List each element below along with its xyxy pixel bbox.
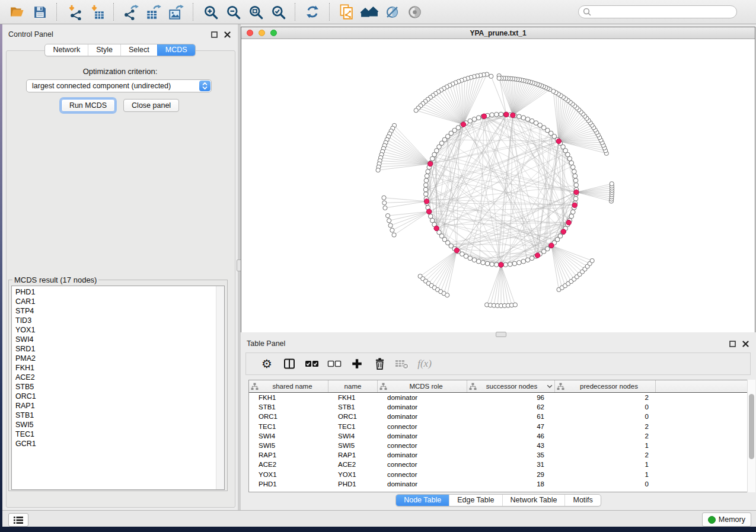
cell-name[interactable]: PHD1 bbox=[328, 480, 378, 488]
column-header-mcds-role[interactable]: MCDS role bbox=[378, 380, 467, 392]
network-node[interactable] bbox=[490, 262, 495, 267]
network-node[interactable] bbox=[481, 261, 486, 265]
cell-mcds-role[interactable]: dominator bbox=[378, 480, 467, 488]
network-leaf-node[interactable] bbox=[390, 228, 394, 232]
network-node[interactable] bbox=[426, 169, 430, 174]
network-node[interactable] bbox=[495, 112, 499, 117]
cell-predecessor-nodes[interactable]: 1 bbox=[555, 442, 656, 449]
network-node[interactable] bbox=[476, 259, 481, 264]
cell-predecessor-nodes[interactable]: 0 bbox=[555, 413, 656, 420]
network-node[interactable] bbox=[573, 197, 578, 201]
cell-successor-nodes[interactable]: 61 bbox=[467, 413, 555, 420]
mcds-result-item[interactable]: TID3 bbox=[15, 316, 224, 325]
network-mcds-node[interactable] bbox=[535, 253, 540, 258]
network-mcds-node[interactable] bbox=[504, 112, 509, 117]
cell-successor-nodes[interactable]: 29 bbox=[467, 471, 555, 478]
network-graph[interactable] bbox=[241, 39, 755, 332]
cell-name[interactable]: ACE2 bbox=[328, 461, 378, 468]
tab-network[interactable]: Network bbox=[45, 44, 88, 56]
network-node[interactable] bbox=[521, 116, 526, 120]
cell-shared-name[interactable]: STB1 bbox=[249, 403, 328, 411]
float-panel-icon[interactable] bbox=[209, 30, 219, 39]
mcds-result-item[interactable]: GCR1 bbox=[15, 439, 224, 448]
float-panel-icon[interactable] bbox=[728, 339, 737, 348]
cell-shared-name[interactable]: SWI5 bbox=[249, 442, 328, 449]
network-leaf-node[interactable] bbox=[383, 206, 387, 210]
tab-motifs[interactable]: Motifs bbox=[564, 495, 600, 506]
network-node[interactable] bbox=[512, 261, 517, 266]
cell-successor-nodes[interactable]: 35 bbox=[467, 451, 555, 459]
maximize-window-icon[interactable] bbox=[270, 30, 277, 36]
network-node[interactable] bbox=[569, 214, 574, 219]
cell-predecessor-nodes[interactable]: 0 bbox=[555, 480, 656, 488]
network-mcds-node[interactable] bbox=[566, 220, 571, 225]
tab-style[interactable]: Style bbox=[88, 44, 120, 56]
open-session-button[interactable] bbox=[8, 3, 26, 21]
table-row[interactable]: FKH1FKH1dominator962 bbox=[249, 393, 748, 402]
memory-button[interactable]: Memory bbox=[702, 512, 751, 527]
network-leaf-node[interactable] bbox=[513, 303, 517, 307]
network-mcds-node[interactable] bbox=[426, 209, 431, 214]
network-leaf-node[interactable] bbox=[376, 168, 380, 172]
minimize-window-icon[interactable] bbox=[259, 30, 265, 36]
network-node[interactable] bbox=[423, 192, 428, 197]
function-builder-button[interactable]: f(x) bbox=[413, 355, 436, 373]
cell-shared-name[interactable]: RAP1 bbox=[249, 451, 328, 459]
cell-name[interactable]: TEC1 bbox=[328, 423, 378, 430]
close-window-icon[interactable] bbox=[247, 30, 253, 36]
table-settings-button[interactable]: ⚙ bbox=[256, 355, 278, 373]
mcds-result-item[interactable]: TEC1 bbox=[15, 430, 224, 439]
mcds-result-item[interactable]: FKH1 bbox=[15, 363, 224, 373]
mcds-result-item[interactable]: STB1 bbox=[15, 411, 224, 420]
cell-shared-name[interactable]: ORC1 bbox=[249, 413, 328, 420]
network-mcds-node[interactable] bbox=[434, 226, 439, 230]
network-canvas[interactable] bbox=[241, 39, 755, 332]
network-node[interactable] bbox=[508, 262, 513, 267]
cell-mcds-role[interactable]: connector bbox=[378, 442, 467, 449]
cell-shared-name[interactable]: TEC1 bbox=[249, 423, 328, 430]
create-column-button[interactable] bbox=[346, 355, 368, 373]
network-node[interactable] bbox=[490, 113, 495, 117]
network-node[interactable] bbox=[425, 174, 429, 178]
network-node[interactable] bbox=[472, 117, 477, 121]
cell-shared-name[interactable]: YOX1 bbox=[249, 471, 328, 478]
network-mcds-node[interactable] bbox=[511, 113, 515, 117]
zoom-selected-button[interactable] bbox=[269, 3, 287, 21]
search-input[interactable] bbox=[578, 5, 737, 18]
optimization-criterion-select[interactable]: largest connected component (undirected) bbox=[26, 79, 212, 92]
close-panel-icon[interactable] bbox=[741, 339, 750, 348]
show-all-networks-button[interactable] bbox=[361, 3, 378, 21]
list-scrollbar-track[interactable] bbox=[216, 286, 224, 489]
mcds-result-item[interactable]: PHD1 bbox=[15, 287, 224, 297]
cell-shared-name[interactable]: ACE2 bbox=[249, 461, 328, 468]
close-panel-button[interactable]: Close panel bbox=[123, 99, 179, 112]
cell-successor-nodes[interactable]: 47 bbox=[467, 423, 555, 430]
table-row[interactable]: PHD1PHD1dominator180 bbox=[249, 479, 748, 489]
cell-successor-nodes[interactable]: 31 bbox=[467, 461, 555, 468]
cell-mcds-role[interactable]: connector bbox=[378, 423, 467, 430]
column-header-predecessor-nodes[interactable]: predecessor nodes bbox=[555, 380, 656, 392]
toggle-view-button[interactable] bbox=[406, 3, 423, 21]
zoom-in-button[interactable] bbox=[202, 3, 219, 21]
network-mcds-node[interactable] bbox=[461, 122, 465, 127]
cell-name[interactable]: SWI4 bbox=[328, 432, 378, 440]
network-leaf-node[interactable] bbox=[489, 74, 493, 78]
network-node[interactable] bbox=[424, 178, 429, 183]
network-leaf-node[interactable] bbox=[414, 108, 418, 113]
mcds-result-item[interactable]: PMA2 bbox=[15, 354, 224, 363]
table-row[interactable]: SWI5SWI5connector431 bbox=[249, 441, 748, 450]
cell-name[interactable]: RAP1 bbox=[328, 451, 378, 459]
network-node[interactable] bbox=[423, 183, 428, 188]
mcds-result-item[interactable]: STP4 bbox=[15, 306, 224, 316]
network-leaf-node[interactable] bbox=[382, 201, 387, 205]
cell-shared-name[interactable]: PHD1 bbox=[249, 480, 328, 488]
network-leaf-node[interactable] bbox=[382, 196, 386, 200]
cell-name[interactable]: SWI5 bbox=[328, 442, 378, 449]
network-mcds-node[interactable] bbox=[454, 248, 459, 253]
tab-node-table[interactable]: Node Table bbox=[396, 495, 449, 506]
table-row[interactable]: RAP1RAP1dominator352 bbox=[249, 450, 748, 460]
network-node[interactable] bbox=[573, 178, 578, 183]
network-node[interactable] bbox=[495, 262, 499, 267]
network-node[interactable] bbox=[517, 114, 522, 119]
network-node[interactable] bbox=[428, 214, 433, 219]
